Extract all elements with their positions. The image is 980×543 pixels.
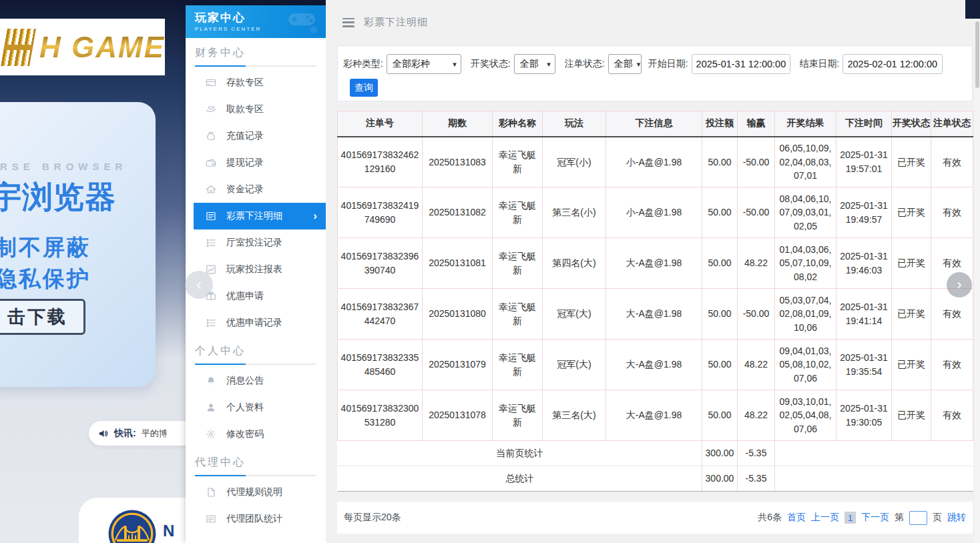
sidebar-item-agent-team[interactable]: 代理团队统计 (186, 506, 326, 532)
table-row: 40156917383230053128020250131078幸运飞艇新第三名… (338, 390, 973, 441)
table-row: 40156917383246212916020250131083幸运飞艇新冠军(… (338, 137, 973, 187)
sidebar-item-fund-record[interactable]: 资金记录 (186, 176, 326, 203)
sidebar-item-room-record[interactable]: 厅室投注记录 (186, 229, 326, 256)
draw-status-select[interactable]: 全部▾ (514, 54, 555, 74)
col-header-period: 期数 (423, 111, 493, 137)
table-row: 40156917383241974969020250131082幸运飞艇新第三名… (338, 187, 973, 238)
sidebar-item-password-gear[interactable]: 修改密码 (186, 421, 326, 448)
sidebar-item-label: 优惠申请记录 (226, 317, 282, 329)
cell-order-no: 401569173832300531280 (338, 390, 423, 441)
cell-play: 冠军(大) (543, 340, 606, 390)
end-date-input[interactable] (842, 54, 943, 74)
sidebar-header: 玩家中心 PLAYERS CENTER (186, 5, 326, 38)
sidebar-item-label: 取款专区 (226, 103, 264, 115)
sidebar-item-label: 充值记录 (226, 130, 264, 142)
cell-bet-time: 2025-01-31 19:57:01 (836, 137, 892, 187)
sidebar-item-agent-rule[interactable]: 代理规则说明 (186, 479, 326, 506)
cell-bet-info: 大-A盘@1.98 (606, 238, 702, 289)
col-header-order-no: 注单号 (338, 111, 423, 137)
cell-draw-result: 01,04,03,06,05,07,10,09,08,02 (775, 238, 836, 289)
cell-order-no: 401569173832367442470 (338, 289, 423, 340)
cell-draw-status: 已开奖 (892, 390, 931, 441)
section-divider (195, 364, 316, 365)
cell-bet-amount: 50.00 (702, 238, 738, 289)
cell-win-loss: 48.22 (738, 390, 775, 441)
cell-bet-info: 小-A盘@1.98 (606, 187, 702, 238)
agent-team-icon (206, 514, 216, 524)
sidebar-item-label: 资金记录 (226, 183, 264, 195)
sidebar-item-withdraw-hand[interactable]: 取款专区 (186, 96, 326, 123)
cell-draw-status: 已开奖 (892, 238, 931, 289)
cell-draw-status: 已开奖 (892, 289, 931, 340)
total-summary-row: 总统计300.00-5.35 (338, 466, 973, 492)
start-date-label: 开始日期: (648, 58, 688, 70)
prev-page-link[interactable]: 上一页 (811, 512, 839, 524)
cell-draw-status: 已开奖 (892, 340, 931, 390)
start-date-input[interactable] (692, 54, 790, 74)
sidebar-item-recharge-bag[interactable]: 充值记录 (186, 123, 326, 149)
sidebar-item-bet-detail[interactable]: 彩票下注明细› (194, 203, 326, 229)
sidebar-item-label: 提现记录 (226, 157, 264, 169)
sidebar-item-label: 厅室投注记录 (226, 237, 282, 249)
order-status-select[interactable]: 全部▾ (608, 54, 642, 74)
deposit-card-icon (206, 77, 216, 88)
sidebar-item-promo-record[interactable]: 优惠申请记录 (186, 310, 326, 336)
carousel-prev-button[interactable]: ‹ (185, 271, 213, 299)
jump-prefix-label: 第 (895, 512, 904, 524)
cell-win-loss: 48.22 (738, 238, 775, 289)
lottery-type-select[interactable]: 全部彩种▾ (387, 54, 461, 74)
pagination-bar: 每页显示20条 共6条 首页 上一页 1 下一页 第 页 跳转 (337, 502, 973, 534)
jump-page-input[interactable] (909, 511, 927, 525)
cell-bet-info: 大-A盘@1.98 (606, 340, 702, 390)
cell-lottery-name: 幸运飞艇新 (493, 238, 543, 289)
first-page-link[interactable]: 首页 (787, 512, 806, 524)
col-header-play: 玩法 (543, 111, 606, 137)
speaker-icon (98, 428, 109, 439)
browser-ad-banner[interactable]: RSE BROWSER 宇浏览器 制不屏蔽 隐私保护 击下载 (0, 102, 156, 387)
sidebar-item-label: 修改密码 (226, 428, 264, 440)
cell-order-status: 有效 (931, 187, 973, 238)
current-page-summary-row: 当前页统计300.00-5.35 (338, 441, 973, 466)
fund-record-icon (206, 184, 216, 195)
ad-download-button[interactable]: 击下载 (0, 299, 85, 335)
sidebar-item-withdraw-record[interactable]: 提现记录 (186, 149, 326, 176)
summary-win-loss: -5.35 (738, 466, 775, 492)
col-header-bet-time: 下注时间 (836, 111, 892, 137)
cell-draw-result: 08,04,06,10,07,09,03,01,02,05 (775, 187, 836, 238)
cell-bet-time: 2025-01-31 19:35:54 (836, 340, 892, 390)
summary-empty (775, 466, 973, 492)
ad-slogan-2: 隐私保护 (0, 264, 91, 294)
cell-order-no: 401569173832462129160 (338, 137, 423, 187)
search-button[interactable]: 查询 (350, 79, 378, 97)
withdraw-record-icon (206, 157, 216, 168)
lottery-type-label: 彩种类型: (343, 58, 383, 70)
carousel-next-button[interactable]: › (947, 272, 972, 298)
cell-win-loss: -50.00 (738, 289, 775, 340)
page-scrollbar[interactable] (975, 19, 980, 543)
scrollbar-thumb[interactable] (975, 21, 979, 88)
cell-period: 20250131083 (423, 137, 493, 187)
sidebar-item-profile-user[interactable]: 个人资料 (186, 394, 326, 421)
page-title: 彩票下注明细 (364, 16, 428, 29)
withdraw-hand-icon (206, 104, 216, 115)
sidebar-item-label: 优惠申请 (226, 290, 264, 302)
col-header-draw-result: 开奖结果 (775, 111, 836, 137)
sidebar-item-label: 消息公告 (226, 375, 264, 387)
jump-button[interactable]: 跳转 (947, 512, 966, 524)
sidebar-item-label: 代理团队统计 (226, 513, 282, 525)
filter-panel: 彩种类型: 全部彩种▾ 开奖状态: 全部▾ 注单状态: 全部▾ 开始日期: 结束… (337, 45, 973, 101)
cell-order-status: 有效 (931, 390, 973, 441)
bet-table-container: 注单号期数彩种名称玩法下注信息投注额输赢开奖结果下注时间开奖状态注单状态 401… (337, 111, 973, 492)
cell-order-status: 有效 (931, 289, 973, 340)
menu-toggle-icon[interactable] (342, 18, 354, 27)
table-row: 40156917383233548546020250131079幸运飞艇新冠军(… (338, 340, 973, 390)
sidebar-item-deposit-card[interactable]: 存款专区 (186, 69, 326, 96)
sidebar-item-notice-bell[interactable]: 消息公告 (186, 368, 326, 394)
col-header-bet-amount: 投注额 (702, 111, 738, 137)
next-page-link[interactable]: 下一页 (861, 512, 889, 524)
page-corner-decoration (965, 0, 980, 19)
current-page-indicator[interactable]: 1 (844, 512, 856, 524)
section-title: 财务中心 (186, 46, 326, 60)
col-header-bet-info: 下注信息 (606, 111, 702, 137)
end-date-label: 结束日期: (800, 58, 840, 70)
